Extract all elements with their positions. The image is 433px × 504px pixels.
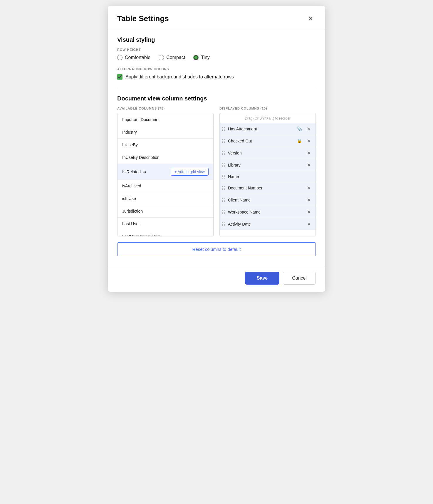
add-to-grid-button[interactable]: + Add to grid view (171, 168, 209, 176)
remove-col-button[interactable]: ✕ (305, 126, 313, 132)
radio-tiny[interactable] (193, 55, 199, 60)
row-height-comfortable[interactable]: Comfortable (117, 55, 150, 60)
columns-section: Document view column settings AVAILABLE … (117, 95, 316, 262)
displayed-item[interactable]: Workspace Name ✕ (220, 206, 315, 218)
col-name: Industry (122, 130, 137, 135)
remove-col-button[interactable]: ✕ (305, 209, 313, 215)
list-item[interactable]: Last User (118, 218, 213, 230)
alt-row-checkbox[interactable] (117, 74, 122, 80)
available-columns-label: AVAILABLE COLUMNS (78) (117, 107, 214, 110)
displayed-col-name: Library (228, 163, 303, 167)
col-name: Jurisdiction (122, 209, 143, 214)
modal-title: Table Settings (117, 14, 169, 23)
remove-col-button[interactable]: ✕ (305, 197, 313, 203)
displayed-columns-panel: DISPLAYED COLUMNS (10) Drag (Or Shift+↑/… (219, 107, 316, 236)
list-item-highlighted[interactable]: Is Related ⇔ + Add to grid view (118, 164, 213, 180)
lock-icon: 🔒 (297, 138, 302, 144)
remove-col-button[interactable]: ✕ (305, 162, 313, 168)
alt-row-section: ALTERNATING ROW COLORS Apply different b… (117, 67, 316, 80)
section-divider (117, 88, 316, 88)
displayed-col-name: Version (228, 151, 303, 155)
row-height-group: Comfortable Compact Tiny (117, 55, 316, 60)
remove-col-button[interactable]: ✕ (305, 138, 313, 144)
displayed-item[interactable]: Name (220, 171, 315, 182)
list-item[interactable]: Industry (118, 126, 213, 139)
close-button[interactable]: ✕ (306, 14, 316, 23)
displayed-columns-label: DISPLAYED COLUMNS (10) (219, 107, 316, 110)
col-name: isArchived (122, 184, 141, 188)
columns-layout: AVAILABLE COLUMNS (78) Important Documen… (117, 107, 316, 236)
displayed-columns-list[interactable]: Drag (Or Shift+↑/↓) to reorder Has Attac… (219, 113, 316, 236)
remove-col-button[interactable]: ✕ (305, 150, 313, 156)
col-name: InUseBy Description (122, 155, 160, 160)
modal-footer: Save Cancel (108, 267, 325, 292)
list-item[interactable]: Important Document (118, 113, 213, 126)
col-name: Is Related ⇔ (122, 169, 146, 174)
compact-label: Compact (166, 55, 185, 60)
reset-columns-button[interactable]: Reset columns to default (117, 242, 316, 256)
col-name: isInUse (122, 196, 136, 201)
list-item[interactable]: InUseBy (118, 139, 213, 151)
drag-handle-icon (222, 198, 225, 202)
col-name: InUseBy (122, 142, 138, 147)
drag-handle-icon (222, 139, 225, 143)
row-height-tiny[interactable]: Tiny (193, 55, 210, 60)
list-item[interactable]: Jurisdiction (118, 205, 213, 218)
list-item[interactable]: LastUser Description (118, 230, 213, 236)
displayed-item[interactable]: Library ✕ (220, 159, 315, 171)
displayed-col-name: Checked Out (228, 139, 294, 143)
displayed-col-name: Has Attachment (228, 127, 294, 131)
displayed-col-name: Document Number (228, 186, 303, 190)
expand-icon: ⇔ (143, 170, 146, 174)
displayed-item[interactable]: Client Name ✕ (220, 194, 315, 206)
alt-row-checkbox-label[interactable]: Apply different background shades to alt… (117, 74, 316, 80)
drag-handle-icon (222, 163, 225, 167)
displayed-col-name: Client Name (228, 198, 303, 202)
chevron-down-button[interactable]: ∨ (306, 221, 313, 227)
drag-handle-icon (222, 175, 225, 179)
available-columns-list[interactable]: Important Document Industry InUseBy InUs… (117, 113, 214, 236)
tiny-label: Tiny (201, 55, 210, 60)
displayed-item[interactable]: Checked Out 🔒 ✕ (220, 135, 315, 147)
drag-handle-icon (222, 186, 225, 190)
displayed-col-name: Name (228, 174, 313, 179)
comfortable-label: Comfortable (125, 55, 150, 60)
drag-handle-icon (222, 151, 225, 155)
available-columns-panel: AVAILABLE COLUMNS (78) Important Documen… (117, 107, 214, 236)
save-button[interactable]: Save (245, 272, 279, 285)
drag-hint: Drag (Or Shift+↑/↓) to reorder (220, 113, 315, 123)
displayed-item[interactable]: Document Number ✕ (220, 182, 315, 194)
list-item[interactable]: isArchived (118, 180, 213, 192)
columns-section-title: Document view column settings (117, 95, 316, 102)
table-settings-modal: Table Settings ✕ Visual styling ROW HEIG… (108, 6, 325, 292)
drag-handle-icon (222, 222, 225, 226)
row-height-compact[interactable]: Compact (159, 55, 185, 60)
col-name: LastUser Description (122, 234, 160, 236)
alt-row-text: Apply different background shades to alt… (125, 74, 234, 80)
modal-header: Table Settings ✕ (108, 6, 325, 29)
modal-body: Visual styling ROW HEIGHT Comfortable Co… (108, 29, 325, 267)
list-item[interactable]: InUseBy Description (118, 151, 213, 164)
row-height-label: ROW HEIGHT (117, 48, 316, 51)
visual-styling-title: Visual styling (117, 36, 316, 43)
drag-handle-icon (222, 127, 225, 131)
alt-row-label: ALTERNATING ROW COLORS (117, 67, 316, 71)
visual-styling-section: Visual styling ROW HEIGHT Comfortable Co… (117, 36, 316, 80)
col-name: Important Document (122, 117, 160, 122)
remove-col-button[interactable]: ✕ (305, 185, 313, 191)
cancel-button[interactable]: Cancel (283, 272, 316, 285)
attachment-icon: 📎 (297, 126, 302, 132)
displayed-col-name: Activity Date (228, 222, 303, 226)
radio-comfortable[interactable] (117, 55, 122, 60)
displayed-item[interactable]: Has Attachment 📎 ✕ (220, 123, 315, 135)
list-item[interactable]: isInUse (118, 192, 213, 205)
col-name: Last User (122, 221, 140, 226)
radio-compact[interactable] (159, 55, 164, 60)
displayed-item[interactable]: Version ✕ (220, 147, 315, 159)
displayed-col-name: Workspace Name (228, 210, 303, 214)
displayed-item[interactable]: Activity Date ∨ (220, 218, 315, 230)
drag-handle-icon (222, 210, 225, 214)
